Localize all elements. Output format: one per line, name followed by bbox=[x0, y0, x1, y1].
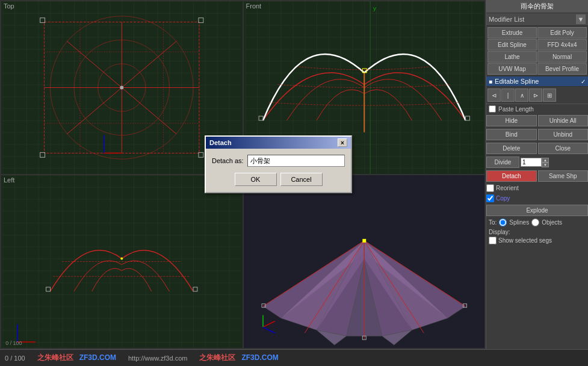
viewport-front-label: Front bbox=[246, 2, 262, 10]
bevel-profile-button[interactable]: Bevel Profile bbox=[537, 63, 587, 75]
nav-icon-4[interactable]: ⊳ bbox=[529, 88, 542, 102]
normal-button[interactable]: Normal bbox=[537, 51, 587, 63]
progress-text: 0 / 100 bbox=[5, 355, 25, 362]
detach-as-input[interactable] bbox=[247, 155, 345, 167]
nav-icon-3[interactable]: ∧ bbox=[515, 88, 528, 102]
objects-radio[interactable] bbox=[531, 219, 539, 226]
show-segs-label: Show selected segs bbox=[498, 237, 552, 244]
bind-row: Bind Unbind bbox=[486, 129, 588, 140]
paste-length-row: Paste Length bbox=[486, 104, 588, 114]
to-label: To: bbox=[489, 219, 497, 226]
dialog-buttons: OK Cancel bbox=[212, 173, 345, 186]
brand-left-text: 之朱峰社区 bbox=[37, 353, 73, 362]
panel-icons-toolbar: ⊲ | ∧ ⊳ ⊞ bbox=[486, 87, 588, 104]
extrude-button[interactable]: Extrude bbox=[487, 27, 537, 39]
nav-icon-5[interactable]: ⊞ bbox=[543, 88, 556, 102]
splines-radio[interactable] bbox=[499, 219, 507, 226]
delete-row: Delete Close bbox=[486, 143, 588, 154]
unhide-all-button[interactable]: Unhide All bbox=[538, 115, 589, 126]
modifier-list-dropdown[interactable]: ▼ bbox=[576, 14, 586, 24]
explode-row: Explode bbox=[486, 205, 588, 216]
detach-dialog: Detach × Detach as: OK Cancel bbox=[205, 135, 352, 193]
divide-button[interactable]: Divide bbox=[486, 157, 519, 168]
ok-button[interactable]: OK bbox=[235, 173, 277, 186]
editable-spline-row[interactable]: ■ Editable Spline ✓ bbox=[486, 76, 588, 87]
display-section: Display: Show selected segs bbox=[486, 228, 588, 246]
dialog-field-row: Detach as: bbox=[212, 155, 345, 167]
dialog-titlebar: Detach × bbox=[206, 137, 351, 149]
paste-length-label: Paste Length bbox=[498, 106, 534, 113]
divide-down[interactable]: ▼ bbox=[542, 163, 549, 167]
svg-text:y: y bbox=[373, 5, 376, 11]
detach-as-label: Detach as: bbox=[212, 157, 244, 164]
viewport-persp-canvas: 2 bbox=[244, 175, 485, 348]
brand-left: 之朱峰社区 ZF3D.COM bbox=[37, 353, 116, 363]
object-name: 雨伞的骨架 bbox=[486, 0, 588, 13]
viewport-left[interactable]: Left bbox=[1, 175, 243, 349]
close-button[interactable]: Close bbox=[538, 143, 589, 154]
url-text: http://www.zf3d.com bbox=[128, 355, 187, 362]
modifier-list-row: Modifier List ▼ bbox=[486, 13, 588, 26]
brand-right-text: 之朱峰社区 bbox=[199, 353, 235, 362]
lathe-button[interactable]: Lathe bbox=[487, 51, 537, 63]
svg-text:2: 2 bbox=[244, 263, 244, 279]
copy-row: Copy bbox=[486, 194, 588, 202]
nav-icon-2[interactable]: | bbox=[501, 88, 515, 102]
delete-button[interactable]: Delete bbox=[486, 143, 537, 154]
reorient-label: Reorient bbox=[496, 185, 519, 191]
brand-left-label: ZF3D.COM bbox=[79, 353, 116, 362]
unbind-button[interactable]: Unbind bbox=[538, 129, 589, 140]
divide-input[interactable] bbox=[521, 158, 542, 167]
hide-button[interactable]: Hide bbox=[486, 115, 537, 126]
divide-spinners: ▲ ▼ bbox=[542, 158, 549, 167]
display-label: Display: bbox=[489, 229, 586, 235]
show-segs-row: Show selected segs bbox=[489, 237, 586, 244]
paste-length-checkbox[interactable] bbox=[489, 105, 496, 113]
dialog-body: Detach as: OK Cancel bbox=[206, 149, 351, 192]
copy-checkbox[interactable] bbox=[486, 194, 494, 202]
cancel-button[interactable]: Cancel bbox=[280, 173, 323, 186]
modifier-list-label: Modifier List bbox=[489, 16, 576, 23]
detach-button[interactable]: Detach bbox=[486, 170, 537, 182]
dialog-title: Detach bbox=[209, 139, 232, 146]
svg-point-39 bbox=[120, 258, 123, 260]
svg-point-22 bbox=[120, 86, 123, 90]
svg-rect-54 bbox=[362, 239, 366, 243]
show-segs-checkbox[interactable] bbox=[489, 237, 497, 244]
copy-label: Copy bbox=[496, 195, 510, 202]
viewport-left-label: Left bbox=[4, 176, 14, 184]
splines-label: Splines bbox=[509, 219, 529, 226]
divide-up[interactable]: ▲ bbox=[542, 158, 549, 163]
edit-spline-button[interactable]: Edit Spline bbox=[487, 39, 537, 51]
ffd-button[interactable]: FFD 4x4x4 bbox=[537, 39, 587, 51]
brand-right-label: ZF3D.COM bbox=[241, 353, 278, 362]
bottom-bar: 0 / 100 之朱峰社区 ZF3D.COM http://www.zf3d.c… bbox=[0, 349, 588, 366]
viewport-top-label: Top bbox=[4, 2, 14, 10]
uvw-map-button[interactable]: UVW Map bbox=[487, 63, 537, 75]
modifier-buttons: Extrude Edit Poly Edit Spline FFD 4x4x4 … bbox=[486, 26, 588, 76]
brand-right: 之朱峰社区 ZF3D.COM bbox=[199, 353, 278, 363]
hide-row: Hide Unhide All bbox=[486, 115, 588, 126]
editable-spline-label: Editable Spline bbox=[495, 78, 581, 85]
objects-label: Objects bbox=[542, 219, 562, 226]
divide-input-wrapper: ▲ ▼ bbox=[521, 158, 549, 167]
viewport-left-canvas: 0 / 100 bbox=[1, 175, 243, 348]
detach-row: Detach Same Shp bbox=[486, 170, 588, 182]
right-panel: 雨伞的骨架 Modifier List ▼ Extrude Edit Poly … bbox=[486, 0, 588, 349]
divide-row: Divide ▲ ▼ bbox=[486, 157, 588, 168]
to-row: To: Splines Objects bbox=[486, 217, 588, 228]
reorient-row: Reorient bbox=[486, 184, 588, 192]
reorient-checkbox[interactable] bbox=[486, 184, 494, 192]
nav-icon-1[interactable]: ⊲ bbox=[487, 88, 501, 102]
explode-button[interactable]: Explode bbox=[486, 205, 588, 216]
dialog-close-button[interactable]: × bbox=[338, 138, 347, 147]
edit-poly-button[interactable]: Edit Poly bbox=[537, 27, 587, 39]
viewport-perspective[interactable]: Perspective bbox=[243, 175, 486, 349]
svg-text:0 / 100: 0 / 100 bbox=[5, 340, 22, 346]
same-shp-button[interactable]: Same Shp bbox=[538, 170, 589, 182]
bind-button[interactable]: Bind bbox=[486, 129, 537, 140]
